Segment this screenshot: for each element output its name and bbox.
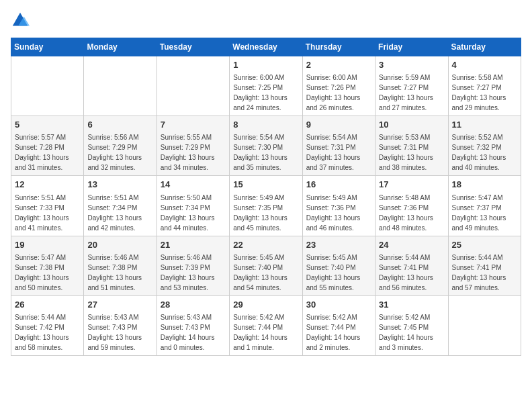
calendar-cell: 1 Sunrise: 6:00 AMSunset: 7:25 PMDayligh… bbox=[230, 56, 302, 116]
calendar-cell bbox=[448, 295, 521, 355]
calendar-cell: 28 Sunrise: 5:43 AMSunset: 7:43 PMDaylig… bbox=[157, 295, 229, 355]
calendar-cell: 27 Sunrise: 5:43 AMSunset: 7:43 PMDaylig… bbox=[84, 295, 157, 355]
calendar-cell: 26 Sunrise: 5:44 AMSunset: 7:42 PMDaylig… bbox=[11, 295, 84, 355]
day-number: 11 bbox=[452, 119, 517, 131]
calendar-cell: 6 Sunrise: 5:56 AMSunset: 7:29 PMDayligh… bbox=[84, 116, 157, 176]
page-header bbox=[11, 11, 521, 30]
calendar-cell: 22 Sunrise: 5:45 AMSunset: 7:40 PMDaylig… bbox=[230, 236, 302, 295]
day-info: Sunrise: 6:00 AMSunset: 7:26 PMDaylight:… bbox=[306, 74, 361, 111]
calendar-cell: 18 Sunrise: 5:47 AMSunset: 7:37 PMDaylig… bbox=[448, 176, 521, 236]
day-number: 14 bbox=[161, 179, 226, 191]
day-info: Sunrise: 5:47 AMSunset: 7:38 PMDaylight:… bbox=[15, 254, 69, 291]
day-number: 20 bbox=[87, 239, 152, 251]
day-info: Sunrise: 5:54 AMSunset: 7:31 PMDaylight:… bbox=[306, 134, 361, 171]
day-number: 2 bbox=[306, 59, 371, 71]
day-info: Sunrise: 5:44 AMSunset: 7:42 PMDaylight:… bbox=[15, 314, 69, 351]
day-info: Sunrise: 5:51 AMSunset: 7:33 PMDaylight:… bbox=[15, 194, 69, 232]
calendar-cell: 30 Sunrise: 5:42 AMSunset: 7:44 PMDaylig… bbox=[302, 295, 375, 355]
calendar-cell: 17 Sunrise: 5:48 AMSunset: 7:36 PMDaylig… bbox=[375, 176, 448, 236]
day-info: Sunrise: 5:51 AMSunset: 7:34 PMDaylight:… bbox=[87, 194, 142, 232]
day-number: 22 bbox=[233, 239, 298, 251]
day-number: 26 bbox=[15, 299, 80, 311]
day-info: Sunrise: 5:46 AMSunset: 7:39 PMDaylight:… bbox=[161, 254, 215, 291]
calendar-cell: 25 Sunrise: 5:44 AMSunset: 7:41 PMDaylig… bbox=[448, 236, 521, 295]
day-info: Sunrise: 5:44 AMSunset: 7:41 PMDaylight:… bbox=[379, 254, 433, 291]
calendar-cell: 13 Sunrise: 5:51 AMSunset: 7:34 PMDaylig… bbox=[84, 176, 157, 236]
calendar-cell: 2 Sunrise: 6:00 AMSunset: 7:26 PMDayligh… bbox=[302, 56, 375, 116]
day-number: 23 bbox=[306, 239, 371, 251]
calendar-cell: 5 Sunrise: 5:57 AMSunset: 7:28 PMDayligh… bbox=[11, 116, 84, 176]
calendar-cell: 4 Sunrise: 5:58 AMSunset: 7:27 PMDayligh… bbox=[448, 56, 521, 116]
calendar-cell: 11 Sunrise: 5:52 AMSunset: 7:32 PMDaylig… bbox=[448, 116, 521, 176]
calendar-cell: 16 Sunrise: 5:49 AMSunset: 7:36 PMDaylig… bbox=[302, 176, 375, 236]
day-info: Sunrise: 5:47 AMSunset: 7:37 PMDaylight:… bbox=[452, 194, 506, 232]
day-number: 27 bbox=[87, 299, 152, 311]
day-number: 5 bbox=[15, 119, 80, 131]
day-info: Sunrise: 5:59 AMSunset: 7:27 PMDaylight:… bbox=[379, 74, 433, 111]
day-number: 6 bbox=[87, 119, 152, 131]
weekday-header-wednesday: Wednesday bbox=[230, 38, 302, 56]
day-info: Sunrise: 5:43 AMSunset: 7:43 PMDaylight:… bbox=[87, 314, 142, 351]
logo-icon bbox=[11, 11, 30, 30]
day-number: 29 bbox=[233, 299, 298, 311]
day-number: 10 bbox=[379, 119, 444, 131]
weekday-header-friday: Friday bbox=[375, 38, 448, 56]
calendar-cell: 15 Sunrise: 5:49 AMSunset: 7:35 PMDaylig… bbox=[230, 176, 302, 236]
day-number: 9 bbox=[306, 119, 371, 131]
calendar-cell: 24 Sunrise: 5:44 AMSunset: 7:41 PMDaylig… bbox=[375, 236, 448, 295]
day-info: Sunrise: 6:00 AMSunset: 7:25 PMDaylight:… bbox=[233, 74, 287, 111]
calendar-cell: 23 Sunrise: 5:45 AMSunset: 7:40 PMDaylig… bbox=[302, 236, 375, 295]
logo bbox=[11, 11, 32, 30]
calendar-cell: 29 Sunrise: 5:42 AMSunset: 7:44 PMDaylig… bbox=[230, 295, 302, 355]
calendar-cell bbox=[11, 56, 84, 116]
day-info: Sunrise: 5:49 AMSunset: 7:35 PMDaylight:… bbox=[233, 194, 287, 232]
calendar-cell: 3 Sunrise: 5:59 AMSunset: 7:27 PMDayligh… bbox=[375, 56, 448, 116]
calendar-cell: 20 Sunrise: 5:46 AMSunset: 7:38 PMDaylig… bbox=[84, 236, 157, 295]
day-number: 16 bbox=[306, 179, 371, 191]
day-number: 24 bbox=[379, 239, 444, 251]
calendar-cell: 21 Sunrise: 5:46 AMSunset: 7:39 PMDaylig… bbox=[157, 236, 229, 295]
day-info: Sunrise: 5:42 AMSunset: 7:45 PMDaylight:… bbox=[379, 314, 433, 351]
day-number: 18 bbox=[452, 179, 517, 191]
day-number: 17 bbox=[379, 179, 444, 191]
weekday-header-monday: Monday bbox=[84, 38, 157, 56]
day-info: Sunrise: 5:42 AMSunset: 7:44 PMDaylight:… bbox=[306, 314, 361, 351]
day-info: Sunrise: 5:45 AMSunset: 7:40 PMDaylight:… bbox=[306, 254, 361, 291]
day-number: 21 bbox=[161, 239, 226, 251]
weekday-header-saturday: Saturday bbox=[448, 38, 521, 56]
day-number: 1 bbox=[233, 59, 298, 71]
day-number: 3 bbox=[379, 59, 444, 71]
calendar-cell bbox=[157, 56, 229, 116]
day-info: Sunrise: 5:50 AMSunset: 7:34 PMDaylight:… bbox=[161, 194, 215, 232]
day-info: Sunrise: 5:54 AMSunset: 7:30 PMDaylight:… bbox=[233, 134, 287, 171]
calendar-cell: 12 Sunrise: 5:51 AMSunset: 7:33 PMDaylig… bbox=[11, 176, 84, 236]
day-number: 7 bbox=[161, 119, 226, 131]
weekday-header-tuesday: Tuesday bbox=[157, 38, 229, 56]
day-number: 19 bbox=[15, 239, 80, 251]
day-info: Sunrise: 5:43 AMSunset: 7:43 PMDaylight:… bbox=[161, 314, 215, 351]
calendar-cell: 14 Sunrise: 5:50 AMSunset: 7:34 PMDaylig… bbox=[157, 176, 229, 236]
day-info: Sunrise: 5:46 AMSunset: 7:38 PMDaylight:… bbox=[87, 254, 142, 291]
day-number: 30 bbox=[306, 299, 371, 311]
day-info: Sunrise: 5:42 AMSunset: 7:44 PMDaylight:… bbox=[233, 314, 287, 351]
calendar-cell: 8 Sunrise: 5:54 AMSunset: 7:30 PMDayligh… bbox=[230, 116, 302, 176]
day-info: Sunrise: 5:52 AMSunset: 7:32 PMDaylight:… bbox=[452, 134, 506, 171]
calendar-cell: 10 Sunrise: 5:53 AMSunset: 7:31 PMDaylig… bbox=[375, 116, 448, 176]
day-info: Sunrise: 5:56 AMSunset: 7:29 PMDaylight:… bbox=[87, 134, 142, 171]
calendar-cell: 7 Sunrise: 5:55 AMSunset: 7:29 PMDayligh… bbox=[157, 116, 229, 176]
calendar-cell bbox=[84, 56, 157, 116]
day-info: Sunrise: 5:48 AMSunset: 7:36 PMDaylight:… bbox=[379, 194, 433, 232]
calendar-cell: 31 Sunrise: 5:42 AMSunset: 7:45 PMDaylig… bbox=[375, 295, 448, 355]
day-info: Sunrise: 5:45 AMSunset: 7:40 PMDaylight:… bbox=[233, 254, 287, 291]
day-info: Sunrise: 5:55 AMSunset: 7:29 PMDaylight:… bbox=[161, 134, 215, 171]
day-info: Sunrise: 5:57 AMSunset: 7:28 PMDaylight:… bbox=[15, 134, 69, 171]
day-number: 4 bbox=[452, 59, 517, 71]
weekday-header-thursday: Thursday bbox=[302, 38, 375, 56]
day-number: 15 bbox=[233, 179, 298, 191]
day-number: 8 bbox=[233, 119, 298, 131]
day-info: Sunrise: 5:49 AMSunset: 7:36 PMDaylight:… bbox=[306, 194, 361, 232]
day-number: 13 bbox=[87, 179, 152, 191]
calendar-table: SundayMondayTuesdayWednesdayThursdayFrid… bbox=[11, 38, 521, 356]
calendar-cell: 9 Sunrise: 5:54 AMSunset: 7:31 PMDayligh… bbox=[302, 116, 375, 176]
day-info: Sunrise: 5:44 AMSunset: 7:41 PMDaylight:… bbox=[452, 254, 506, 291]
